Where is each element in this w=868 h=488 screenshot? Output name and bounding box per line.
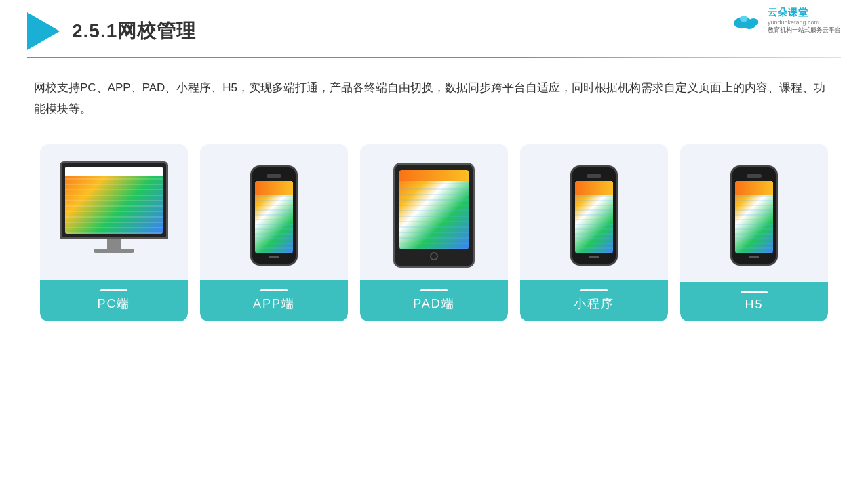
card-h5-label: H5: [680, 282, 828, 321]
brand-url: yunduoketang.com: [768, 19, 819, 26]
cards-section: PC端 APP端: [0, 120, 868, 321]
card-pad: PAD端: [360, 144, 508, 321]
card-app: APP端: [200, 144, 348, 321]
phone-mockup-app: [250, 165, 298, 266]
page-header: 2.5.1网校管理 云朵课堂 yunduoketang.com 教育机构一站式服…: [0, 0, 868, 50]
svg-point-5: [740, 16, 747, 22]
card-pc: PC端: [40, 144, 188, 321]
cloud-icon: [730, 10, 762, 32]
brand-logo: 云朵课堂 yunduoketang.com 教育机构一站式服务云平台: [730, 7, 841, 35]
card-miniprogram-label: 小程序: [520, 280, 668, 321]
tablet-mockup: [393, 163, 475, 268]
card-pc-label: PC端: [40, 280, 188, 321]
page-title: 2.5.1网校管理: [72, 18, 196, 44]
card-app-image: [200, 144, 348, 280]
logo-triangle-icon: [27, 12, 60, 50]
brand-text-block: 云朵课堂 yunduoketang.com 教育机构一站式服务云平台: [768, 7, 841, 35]
card-app-label: APP端: [200, 280, 348, 321]
card-pad-image: [360, 144, 508, 280]
card-pc-image: [40, 144, 188, 280]
card-miniprogram-image: [520, 144, 668, 280]
phone-mockup-mini: [570, 165, 618, 266]
card-pad-label: PAD端: [360, 280, 508, 321]
description-text: 网校支持PC、APP、PAD、小程序、H5，实现多端打通，产品各终端自由切换，数…: [0, 58, 868, 120]
card-miniprogram: 小程序: [520, 144, 668, 321]
card-h5-image: [680, 144, 828, 280]
pc-mockup: [56, 161, 172, 270]
brand-name: 云朵课堂: [768, 7, 808, 19]
svg-point-4: [749, 18, 758, 26]
card-h5: H5: [680, 144, 828, 321]
phone-mockup-h5: [730, 165, 778, 266]
brand-slogan: 教育机构一站式服务云平台: [768, 26, 841, 35]
